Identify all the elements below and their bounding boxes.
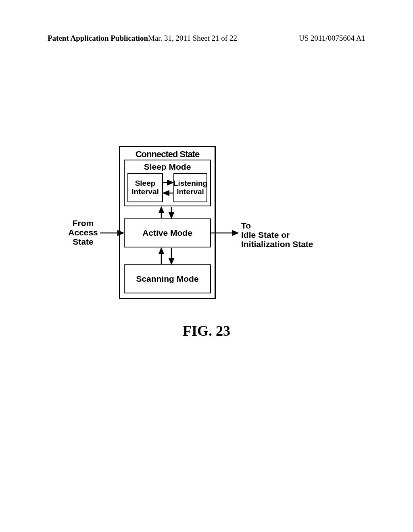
active-mode-label: Active Mode <box>142 228 192 238</box>
listening-interval-box: Listening Interval <box>173 173 207 202</box>
scanning-mode-label: Scanning Mode <box>136 274 198 284</box>
sleep-interval-box: Sleep Interval <box>127 173 163 202</box>
to-idle-label: To Idle State or Initialization State <box>241 221 326 249</box>
state-diagram: Connected State Sleep Mode Sleep Interva… <box>0 0 413 532</box>
sleep-interval-label: Sleep Interval <box>131 179 159 196</box>
active-mode-box: Active Mode <box>124 218 211 247</box>
connected-state-title: Connected State <box>119 149 216 160</box>
listening-interval-label: Listening Interval <box>173 179 207 196</box>
sleep-mode-title: Sleep Mode <box>124 162 211 172</box>
figure-label: FIG. 23 <box>0 322 413 339</box>
from-access-label: From Access State <box>67 218 99 246</box>
scanning-mode-box: Scanning Mode <box>124 264 211 293</box>
